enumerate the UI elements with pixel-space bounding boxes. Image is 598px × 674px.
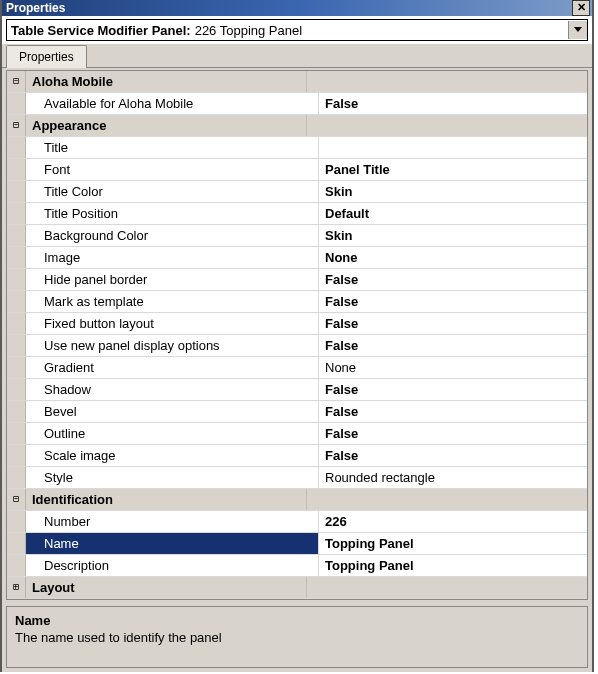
prop-value[interactable]: False (319, 291, 587, 312)
prop-label: Hide panel border (26, 269, 319, 290)
prop-label: Scale image (26, 445, 319, 466)
prop-value[interactable]: False (319, 335, 587, 356)
prop-bevel[interactable]: Bevel False (7, 401, 587, 423)
prop-value[interactable]: None (319, 357, 587, 378)
help-text: The name used to identify the panel (15, 630, 579, 645)
prop-title-color[interactable]: Title Color Skin (7, 181, 587, 203)
collapse-icon[interactable]: ⊟ (7, 489, 26, 510)
prop-value[interactable]: False (319, 445, 587, 466)
prop-use-new-panel-display-options[interactable]: Use new panel display options False (7, 335, 587, 357)
tab-label: Properties (19, 50, 74, 64)
prop-font[interactable]: Font Panel Title (7, 159, 587, 181)
prop-label: Outline (26, 423, 319, 444)
prop-label: Shadow (26, 379, 319, 400)
category-title: Appearance (26, 115, 307, 136)
prop-label: Background Color (26, 225, 319, 246)
prop-number[interactable]: Number 226 (7, 511, 587, 533)
prop-value[interactable]: False (319, 423, 587, 444)
category-appearance[interactable]: ⊟ Appearance (7, 115, 587, 137)
prop-label: Title Position (26, 203, 319, 224)
category-layout[interactable]: ⊞ Layout (7, 577, 587, 599)
prop-value[interactable]: False (319, 93, 587, 114)
prop-value[interactable]: False (319, 401, 587, 422)
prop-background-color[interactable]: Background Color Skin (7, 225, 587, 247)
category-title: Layout (26, 577, 307, 598)
prop-mark-as-template[interactable]: Mark as template False (7, 291, 587, 313)
prop-label: Number (26, 511, 319, 532)
prop-value[interactable]: False (319, 269, 587, 290)
expand-icon[interactable]: ⊞ (7, 577, 26, 598)
close-icon[interactable]: ✕ (572, 0, 590, 16)
prop-title[interactable]: Title (7, 137, 587, 159)
prop-value[interactable]: Skin (319, 181, 587, 202)
prop-outline[interactable]: Outline False (7, 423, 587, 445)
prop-label: Available for Aloha Mobile (26, 93, 319, 114)
tab-strip: Properties (2, 44, 592, 68)
prop-value[interactable]: Panel Title (319, 159, 587, 180)
prop-value[interactable]: Skin (319, 225, 587, 246)
prop-label: Image (26, 247, 319, 268)
collapse-icon[interactable]: ⊟ (7, 115, 26, 136)
prop-value[interactable]: 226 (319, 511, 587, 532)
object-selector-label: Table Service Modifier Panel: (7, 23, 193, 38)
prop-value[interactable]: None (319, 247, 587, 268)
prop-gradient[interactable]: Gradient None (7, 357, 587, 379)
property-grid: ⊟ Aloha Mobile Available for Aloha Mobil… (6, 70, 588, 600)
prop-label: Title Color (26, 181, 319, 202)
prop-label: Bevel (26, 401, 319, 422)
prop-value[interactable]: False (319, 313, 587, 334)
prop-value[interactable]: Rounded rectangle (319, 467, 587, 488)
category-identification[interactable]: ⊟ Identification (7, 489, 587, 511)
tab-properties[interactable]: Properties (6, 45, 87, 68)
category-aloha-mobile[interactable]: ⊟ Aloha Mobile (7, 71, 587, 93)
object-selector-row: Table Service Modifier Panel: 226 Toppin… (2, 16, 592, 44)
window-title: Properties (6, 1, 65, 15)
prop-label: Mark as template (26, 291, 319, 312)
prop-label: Description (26, 555, 319, 576)
prop-label: Style (26, 467, 319, 488)
prop-label: Name (26, 533, 319, 554)
prop-label: Title (26, 137, 319, 158)
prop-label: Use new panel display options (26, 335, 319, 356)
category-title: Aloha Mobile (26, 71, 307, 92)
chevron-down-icon[interactable] (568, 21, 587, 39)
prop-shadow[interactable]: Shadow False (7, 379, 587, 401)
prop-title-position[interactable]: Title Position Default (7, 203, 587, 225)
prop-label: Gradient (26, 357, 319, 378)
prop-value[interactable]: Topping Panel (319, 555, 587, 576)
titlebar: Properties ✕ (2, 0, 592, 16)
object-selector[interactable]: Table Service Modifier Panel: 226 Toppin… (6, 19, 588, 41)
prop-value[interactable] (319, 137, 587, 158)
prop-value[interactable]: Default (319, 203, 587, 224)
prop-available-for-aloha-mobile[interactable]: Available for Aloha Mobile False (7, 93, 587, 115)
prop-description[interactable]: Description Topping Panel (7, 555, 587, 577)
prop-value[interactable]: Topping Panel (319, 533, 587, 554)
prop-hide-panel-border[interactable]: Hide panel border False (7, 269, 587, 291)
prop-label: Fixed button layout (26, 313, 319, 334)
property-grid-wrap: ⊟ Aloha Mobile Available for Aloha Mobil… (2, 68, 592, 672)
prop-style[interactable]: Style Rounded rectangle (7, 467, 587, 489)
category-title: Identification (26, 489, 307, 510)
properties-window: Properties ✕ Table Service Modifier Pane… (0, 0, 594, 672)
collapse-icon[interactable]: ⊟ (7, 71, 26, 92)
prop-label: Font (26, 159, 319, 180)
help-panel: Name The name used to identify the panel (6, 606, 588, 668)
object-selector-value: 226 Topping Panel (193, 23, 568, 38)
prop-scale-image[interactable]: Scale image False (7, 445, 587, 467)
prop-value[interactable]: False (319, 379, 587, 400)
prop-fixed-button-layout[interactable]: Fixed button layout False (7, 313, 587, 335)
prop-image[interactable]: Image None (7, 247, 587, 269)
help-title: Name (15, 613, 579, 628)
prop-name[interactable]: Name Topping Panel (7, 533, 587, 555)
